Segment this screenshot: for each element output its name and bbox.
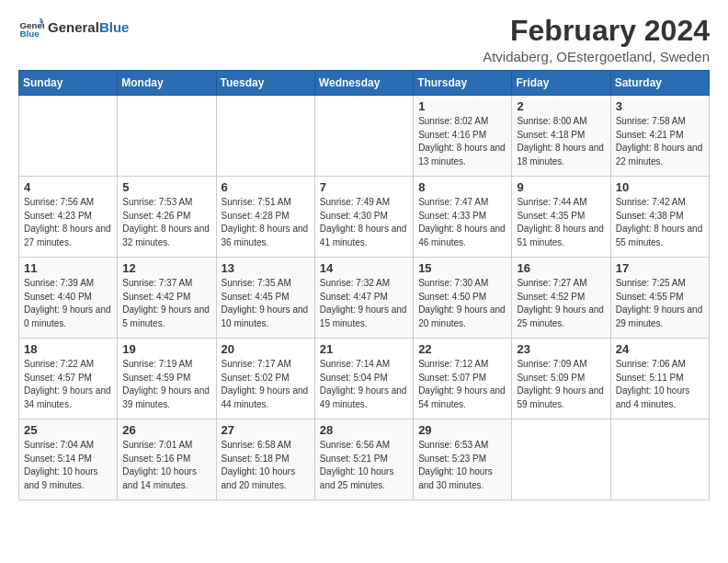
day-info: Sunrise: 7:06 AM Sunset: 5:11 PM Dayligh… <box>616 358 704 411</box>
logo-icon: General Blue <box>18 15 44 40</box>
calendar-cell: 2Sunrise: 8:00 AM Sunset: 4:18 PM Daylig… <box>512 96 610 177</box>
calendar-cell: 20Sunrise: 7:17 AM Sunset: 5:02 PM Dayli… <box>216 339 314 419</box>
calendar-cell: 3Sunrise: 7:58 AM Sunset: 4:21 PM Daylig… <box>610 96 709 177</box>
day-number: 25 <box>24 423 112 437</box>
day-number: 14 <box>320 261 408 275</box>
calendar-cell <box>216 96 314 177</box>
day-info: Sunrise: 7:51 AM Sunset: 4:28 PM Dayligh… <box>222 196 310 249</box>
day-info: Sunrise: 7:56 AM Sunset: 4:23 PM Dayligh… <box>24 196 112 249</box>
calendar-cell: 5Sunrise: 7:53 AM Sunset: 4:26 PM Daylig… <box>118 177 216 258</box>
weekday-header: Wednesday <box>314 71 413 96</box>
calendar-cell: 14Sunrise: 7:32 AM Sunset: 4:47 PM Dayli… <box>314 258 413 339</box>
day-number: 8 <box>418 180 506 194</box>
day-number: 9 <box>517 180 605 194</box>
page-title: February 2024 <box>483 15 710 47</box>
calendar-cell: 24Sunrise: 7:06 AM Sunset: 5:11 PM Dayli… <box>610 339 709 419</box>
day-number: 13 <box>222 261 310 275</box>
day-number: 7 <box>320 180 408 194</box>
day-number: 3 <box>616 99 704 113</box>
day-info: Sunrise: 7:25 AM Sunset: 4:55 PM Dayligh… <box>616 277 704 330</box>
calendar-cell: 29Sunrise: 6:53 AM Sunset: 5:23 PM Dayli… <box>414 419 512 500</box>
calendar-cell: 19Sunrise: 7:19 AM Sunset: 4:59 PM Dayli… <box>118 339 216 419</box>
day-number: 27 <box>222 423 310 437</box>
day-number: 12 <box>122 261 210 275</box>
day-info: Sunrise: 7:12 AM Sunset: 5:07 PM Dayligh… <box>418 358 506 411</box>
day-number: 10 <box>616 180 704 194</box>
logo-blue: Blue <box>99 19 130 35</box>
calendar-cell: 12Sunrise: 7:37 AM Sunset: 4:42 PM Dayli… <box>118 258 216 339</box>
day-info: Sunrise: 7:35 AM Sunset: 4:45 PM Dayligh… <box>222 277 310 330</box>
day-info: Sunrise: 7:49 AM Sunset: 4:30 PM Dayligh… <box>320 196 408 249</box>
day-number: 22 <box>418 342 506 356</box>
calendar-cell <box>19 96 118 177</box>
day-number: 23 <box>517 342 605 356</box>
calendar-cell <box>512 419 610 500</box>
calendar-cell: 7Sunrise: 7:49 AM Sunset: 4:30 PM Daylig… <box>314 177 413 258</box>
weekday-header: Monday <box>118 71 216 96</box>
day-number: 19 <box>122 342 210 356</box>
day-info: Sunrise: 7:17 AM Sunset: 5:02 PM Dayligh… <box>222 358 310 411</box>
logo-general: General <box>48 19 99 35</box>
page-header: General Blue GeneralBlue February 2024 A… <box>18 15 710 64</box>
calendar-table: SundayMondayTuesdayWednesdayThursdayFrid… <box>18 70 710 500</box>
day-info: Sunrise: 7:32 AM Sunset: 4:47 PM Dayligh… <box>320 277 408 330</box>
day-info: Sunrise: 6:53 AM Sunset: 5:23 PM Dayligh… <box>418 439 506 492</box>
day-number: 1 <box>418 99 506 113</box>
calendar-cell <box>314 96 413 177</box>
day-number: 6 <box>222 180 310 194</box>
day-info: Sunrise: 6:56 AM Sunset: 5:21 PM Dayligh… <box>320 439 408 492</box>
calendar-cell: 27Sunrise: 6:58 AM Sunset: 5:18 PM Dayli… <box>216 419 314 500</box>
day-number: 17 <box>616 261 704 275</box>
calendar-header-row: SundayMondayTuesdayWednesdayThursdayFrid… <box>19 71 710 96</box>
day-number: 29 <box>418 423 506 437</box>
logo: General Blue GeneralBlue <box>18 15 129 40</box>
calendar-cell: 22Sunrise: 7:12 AM Sunset: 5:07 PM Dayli… <box>414 339 512 419</box>
calendar-cell: 16Sunrise: 7:27 AM Sunset: 4:52 PM Dayli… <box>512 258 610 339</box>
calendar-cell: 18Sunrise: 7:22 AM Sunset: 4:57 PM Dayli… <box>19 339 118 419</box>
day-number: 20 <box>222 342 310 356</box>
calendar-cell: 6Sunrise: 7:51 AM Sunset: 4:28 PM Daylig… <box>216 177 314 258</box>
day-info: Sunrise: 7:44 AM Sunset: 4:35 PM Dayligh… <box>517 196 605 249</box>
svg-text:Blue: Blue <box>19 29 40 39</box>
day-info: Sunrise: 8:02 AM Sunset: 4:16 PM Dayligh… <box>418 115 506 168</box>
day-info: Sunrise: 8:00 AM Sunset: 4:18 PM Dayligh… <box>517 115 605 168</box>
calendar-cell: 8Sunrise: 7:47 AM Sunset: 4:33 PM Daylig… <box>414 177 512 258</box>
page-subtitle: Atvidaberg, OEstergoetland, Sweden <box>483 49 710 64</box>
day-number: 11 <box>24 261 112 275</box>
calendar-cell <box>118 96 216 177</box>
weekday-header: Sunday <box>19 71 118 96</box>
day-number: 26 <box>122 423 210 437</box>
day-number: 24 <box>616 342 704 356</box>
calendar-week-row: 18Sunrise: 7:22 AM Sunset: 4:57 PM Dayli… <box>19 339 710 419</box>
day-info: Sunrise: 7:42 AM Sunset: 4:38 PM Dayligh… <box>616 196 704 249</box>
calendar-cell: 26Sunrise: 7:01 AM Sunset: 5:16 PM Dayli… <box>118 419 216 500</box>
weekday-header: Thursday <box>414 71 512 96</box>
day-info: Sunrise: 7:53 AM Sunset: 4:26 PM Dayligh… <box>122 196 210 249</box>
calendar-week-row: 11Sunrise: 7:39 AM Sunset: 4:40 PM Dayli… <box>19 258 710 339</box>
calendar-cell: 4Sunrise: 7:56 AM Sunset: 4:23 PM Daylig… <box>19 177 118 258</box>
calendar-cell: 21Sunrise: 7:14 AM Sunset: 5:04 PM Dayli… <box>314 339 413 419</box>
day-info: Sunrise: 6:58 AM Sunset: 5:18 PM Dayligh… <box>222 439 310 492</box>
calendar-week-row: 25Sunrise: 7:04 AM Sunset: 5:14 PM Dayli… <box>19 419 710 500</box>
day-info: Sunrise: 7:39 AM Sunset: 4:40 PM Dayligh… <box>24 277 112 330</box>
calendar-cell: 28Sunrise: 6:56 AM Sunset: 5:21 PM Dayli… <box>314 419 413 500</box>
title-block: February 2024 Atvidaberg, OEstergoetland… <box>483 15 710 64</box>
day-info: Sunrise: 7:30 AM Sunset: 4:50 PM Dayligh… <box>418 277 506 330</box>
calendar-cell: 11Sunrise: 7:39 AM Sunset: 4:40 PM Dayli… <box>19 258 118 339</box>
day-number: 5 <box>122 180 210 194</box>
calendar-cell: 25Sunrise: 7:04 AM Sunset: 5:14 PM Dayli… <box>19 419 118 500</box>
calendar-cell: 10Sunrise: 7:42 AM Sunset: 4:38 PM Dayli… <box>610 177 709 258</box>
calendar-cell: 13Sunrise: 7:35 AM Sunset: 4:45 PM Dayli… <box>216 258 314 339</box>
day-info: Sunrise: 7:47 AM Sunset: 4:33 PM Dayligh… <box>418 196 506 249</box>
day-number: 4 <box>24 180 112 194</box>
calendar-cell <box>610 419 709 500</box>
day-number: 21 <box>320 342 408 356</box>
weekday-header: Saturday <box>610 71 709 96</box>
day-info: Sunrise: 7:04 AM Sunset: 5:14 PM Dayligh… <box>24 439 112 492</box>
day-number: 2 <box>517 99 605 113</box>
day-number: 28 <box>320 423 408 437</box>
day-number: 18 <box>24 342 112 356</box>
day-info: Sunrise: 7:09 AM Sunset: 5:09 PM Dayligh… <box>517 358 605 411</box>
calendar-cell: 17Sunrise: 7:25 AM Sunset: 4:55 PM Dayli… <box>610 258 709 339</box>
day-info: Sunrise: 7:22 AM Sunset: 4:57 PM Dayligh… <box>24 358 112 411</box>
